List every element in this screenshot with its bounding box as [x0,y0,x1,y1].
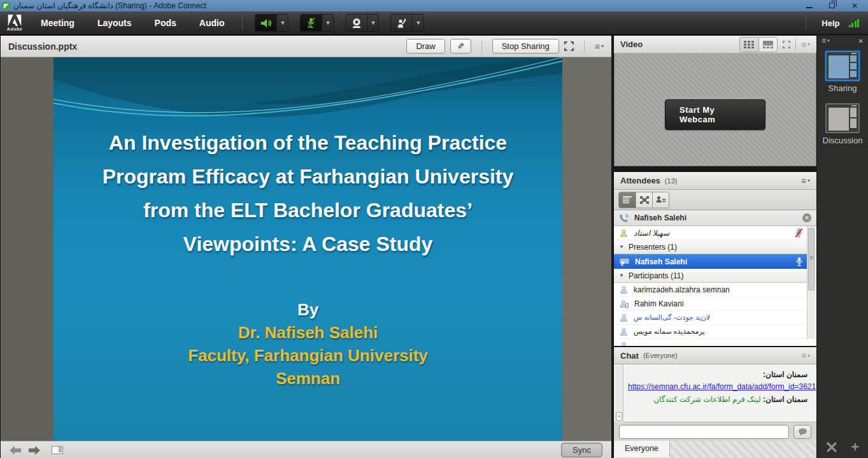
microphone-muted-icon [306,17,317,29]
fullscreen-icon [783,41,790,48]
layout-tools-button[interactable] [826,441,837,453]
webcam-dropdown[interactable]: ▼ [367,15,378,31]
microphone-muted-button[interactable] [301,15,322,31]
list-view-icon [623,196,632,204]
sync-button[interactable]: Sync [561,443,602,457]
tab-everyone[interactable]: Everyone [614,441,670,457]
status-view-button[interactable] [652,192,669,208]
participant-row[interactable]: Rahim Kaviani [614,297,808,311]
participant-name: Rahim Kaviani [634,299,683,308]
video-pod-header: Video [614,36,816,54]
webcam-button[interactable] [346,15,367,31]
attendees-toolbar [614,190,816,210]
attendees-pod-menu-button[interactable]: ≡▾ [801,176,810,186]
webcam-icon [352,18,362,29]
layout-sharing-thumbnail[interactable] [825,51,860,81]
raise-hand-dropdown[interactable]: ▼ [413,15,423,31]
chat-pod-header: Chat (Everyone) ≡▾ [614,347,816,364]
participants-section-header[interactable]: ▼ Participants (11) [614,269,816,283]
participant-name: karimzadeh.alzahra semnan [634,285,730,294]
raise-hand-button[interactable] [391,15,413,31]
adobe-connect-window: ◤ دانشگاه فرهنگیان استان سمنان (Sharing)… [0,0,868,458]
stop-sharing-button[interactable]: Stop Sharing [492,39,559,54]
presenter-row-selected[interactable]: Nafiseh Salehi [614,254,808,269]
microphone-blocked-icon [795,228,803,238]
presenter-name: Nafiseh Salehi [635,257,687,266]
participant-icon [619,313,629,322]
add-layout-button[interactable]: + [851,441,859,453]
menu-audio[interactable]: Audio [188,11,236,35]
send-message-button[interactable] [793,425,811,439]
dismiss-speaker-button[interactable]: ✕ [802,213,811,222]
speaker-dropdown[interactable]: ▼ [277,15,288,31]
window-title: دانشگاه فرهنگیان استان سمنان (Sharing) -… [13,1,806,10]
video-fullscreen-button[interactable] [783,41,790,48]
menu-pods[interactable]: Pods [143,11,188,35]
breakout-view-button[interactable] [636,192,652,208]
video-pod-menu-button[interactable]: ≡▾ [801,39,810,50]
participant-row[interactable]: یرمحمدیده سمانه مویس [614,325,808,339]
share-pod-menu-button[interactable]: ≡▾ [595,41,604,52]
menu-layouts[interactable]: Layouts [86,11,143,35]
active-speaker-row: Nafiseh Salehi ✕ [614,210,816,226]
layout-discussion-label: Discussion [817,136,868,145]
chat-input[interactable] [619,425,789,439]
fullscreen-icon [564,41,574,51]
fullscreen-button[interactable] [564,41,574,51]
sidebar-toggle-icon[interactable] [52,446,63,454]
previous-slide-button[interactable] [10,446,21,455]
chat-message: https://semnan.cfu.ac.ir/fa/form_data/ad… [628,382,808,391]
layout-discussion-thumbnail[interactable] [825,103,860,133]
share-pod-title: Discussion.pptx [8,41,77,52]
menu-meeting[interactable]: Meeting [29,11,86,35]
chat-sender: سمنان استان: [763,395,808,404]
connection-signal-icon[interactable] [849,19,860,27]
attendee-list-view-button[interactable] [619,192,636,208]
adobe-logo-icon: Adobe [0,11,29,35]
layout-bar-menu-button[interactable]: ≡▾ [822,36,830,45]
close-button[interactable]: ✕ [851,2,858,10]
chat-link[interactable]: https://semnan.cfu.ac.ir/fa/form_data/ad… [628,382,816,391]
pen-icon: ✎ [457,41,464,51]
chat-message-area: سمنان استان: https://semnan.cfu.ac.ir/fa… [614,364,816,422]
scrollbar-thumb[interactable] [808,228,815,290]
draw-button[interactable]: Draw [406,39,445,54]
layout-bar-close-button[interactable]: ✕ [858,38,864,45]
participant-name: یرمحمدیده سمانه مویس [634,327,705,336]
share-pod: Discussion.pptx Draw ✎ Stop Sharing [0,35,612,458]
person-status-icon [656,196,665,204]
next-slide-button[interactable] [29,446,40,455]
presenters-section-header[interactable]: ▼ Presenters (1) [614,240,816,254]
collapse-triangle-icon: ▼ [619,244,624,250]
arrow-right-icon [29,446,40,455]
slide-title: An Investigation of the Teaching Practic… [53,126,562,261]
pointer-pen-button[interactable]: ✎ [450,39,471,54]
share-pod-content: An Investigation of the Teaching Practic… [1,57,611,441]
live-microphone-icon [795,257,803,267]
scrollbar-thumb[interactable]: ≡ [616,412,622,421]
attendees-count: (13) [665,177,678,185]
participant-device-icon [619,299,629,308]
minimize-button[interactable] [806,2,813,10]
participant-row[interactable]: karimzadeh.alzahra semnan [614,283,808,297]
attendees-scrollbar[interactable] [807,226,815,339]
filmstrip-view-button[interactable] [758,38,777,52]
participant-row-partial[interactable] [614,339,808,346]
raise-hand-icon [396,18,407,29]
slide-author-block: By Dr. Nafiseh Salehi Faculty, Farhangia… [53,298,562,390]
microphone-dropdown[interactable]: ▼ [322,15,333,31]
attendee-row-muted[interactable]: سهیلا استاد [614,226,808,240]
filmstrip-view-icon [763,41,773,48]
help-menu[interactable]: Help [813,18,848,28]
chat-pod-menu-button[interactable]: ≡▾ [801,350,810,361]
speaker-button[interactable] [255,15,277,31]
participant-row[interactable]: لان‌ید جودت- گی‌السانه س [614,311,808,325]
title-bar: ◤ دانشگاه فرهنگیان استان سمنان (Sharing)… [0,0,868,11]
grid-view-button[interactable] [740,38,758,52]
chat-scrollbar[interactable]: ≡ [615,364,623,422]
presenter-screen-icon [619,257,630,266]
grid-view-icon [744,41,754,48]
restore-button[interactable] [829,2,835,10]
start-webcam-button[interactable]: Start My Webcam [665,99,765,130]
attendees-list: سهیلا استاد ▼ Presenters (1) [614,226,816,346]
